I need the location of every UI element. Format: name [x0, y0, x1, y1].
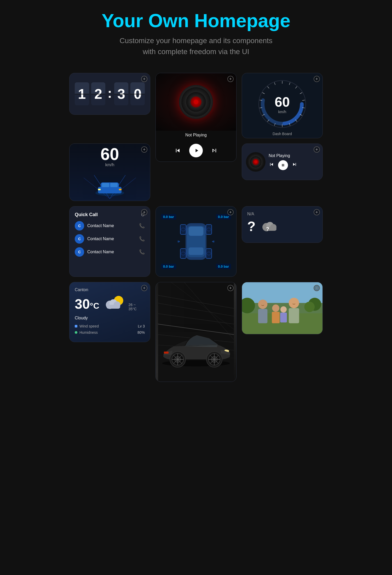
weather-wind-row: Wind speed Lv 3: [75, 324, 145, 328]
svg-point-91: [289, 298, 299, 308]
svg-point-88: [304, 302, 315, 312]
weather-temp-display: 30°C: [75, 296, 99, 312]
clock-digit-2: 2: [91, 82, 106, 105]
tire-add-button[interactable]: +: [227, 209, 234, 215]
unknown-main: ? ?: [247, 218, 317, 234]
weather-humidity-row: Humidness 80%: [75, 330, 145, 335]
family-photo-svg: [242, 282, 322, 334]
svg-rect-50: [263, 227, 276, 231]
speed-car-value: 60: [100, 146, 119, 163]
phone-icon-1[interactable]: 📞: [139, 223, 145, 229]
svg-line-7: [302, 100, 305, 101]
weather-unknown-add-button[interactable]: +: [314, 209, 320, 215]
svg-rect-32: [119, 189, 122, 190]
clock-colon: :: [107, 85, 112, 101]
weather-unknown-widget: + N/A ? ?: [242, 206, 323, 243]
car-glamour-add-button[interactable]: +: [227, 285, 234, 291]
weather-humidity-left: Humidness: [75, 330, 98, 335]
contact-avatar-2: C: [75, 234, 84, 244]
na-label: N/A: [247, 212, 317, 216]
svg-line-20: [274, 82, 275, 85]
contact-avatar-1: C: [75, 221, 84, 231]
music-small-pause[interactable]: [278, 160, 288, 170]
music-large-add-button[interactable]: +: [227, 76, 234, 82]
cloud-unknown: ?: [261, 220, 278, 233]
music-small-next[interactable]: [292, 162, 297, 169]
svg-rect-56: [107, 305, 120, 309]
quick-call-title: Quick Call: [75, 212, 98, 217]
music-small-controls: [269, 160, 319, 170]
contact-row-3: C Contact Name 📞: [75, 247, 145, 257]
weather-main: 30°C 26 ~ 35°C: [75, 295, 145, 313]
contact-row-1: C Contact Name 📞: [75, 221, 145, 231]
phone-icon-3[interactable]: 📞: [139, 249, 145, 255]
speed-unit: km/h: [275, 110, 290, 114]
weather-humidity-label: Humidness: [79, 330, 98, 335]
humidity-indicator: [75, 331, 77, 334]
play-button[interactable]: [189, 144, 203, 157]
music-small-add-button[interactable]: +: [314, 146, 320, 153]
contact-avatar-3: C: [75, 247, 84, 257]
svg-rect-68: [164, 352, 169, 354]
quick-call-widget: + Quick Call ⊙ C Contact Name 📞 C Contac…: [69, 206, 150, 277]
music-large-status: Not Playing: [185, 131, 207, 140]
tire-bottom-right-label: 0.0 bar: [216, 264, 231, 269]
widget-grid: + 1 2 : 3 0 + Not Playing +: [69, 73, 323, 382]
weather-add-button[interactable]: +: [141, 285, 147, 291]
vinyl-small-disc: [246, 152, 266, 172]
speed-car-widget: + 60 km/h: [69, 143, 150, 201]
tire-br-value: 0.0 bar: [216, 264, 231, 269]
svg-rect-37: [189, 227, 203, 236]
music-small-prev[interactable]: [269, 162, 274, 169]
svg-rect-30: [110, 183, 118, 187]
contact-row-2: C Contact Name 📞: [75, 234, 145, 244]
contact-name-1: Contact Name: [87, 223, 114, 228]
family-photo-add-button[interactable]: +: [314, 285, 320, 291]
prev-button[interactable]: [174, 147, 181, 154]
vinyl-small-center: [254, 160, 257, 163]
wind-indicator: [75, 325, 77, 327]
svg-rect-90: [258, 309, 268, 323]
svg-line-5: [295, 87, 297, 89]
contact-left-1: C Contact Name: [75, 221, 114, 231]
music-large-controls: [170, 140, 222, 162]
contact-left-3: C Contact Name: [75, 247, 114, 257]
clock-widget: + 1 2 : 3 0: [69, 73, 150, 115]
svg-point-93: [272, 304, 279, 312]
car-top-view-svg: [178, 217, 214, 266]
clock-add-button[interactable]: +: [141, 76, 147, 82]
svg-rect-34: [283, 164, 284, 166]
music-small-status: Not Playing: [269, 153, 319, 158]
tire-bl-value: 0.0 bar: [161, 264, 176, 269]
vinyl-center: [194, 100, 198, 104]
page-header: Your Own Homepage Customize your homepag…: [102, 10, 291, 57]
quick-call-add-button[interactable]: +: [141, 209, 147, 215]
car-glamour-widget: +: [155, 282, 237, 382]
svg-text:?: ?: [266, 226, 269, 232]
svg-rect-29: [102, 183, 109, 187]
subtitle: Customize your homepage and its componen…: [102, 35, 291, 57]
tire-tl-value: 0.0 bar: [161, 214, 176, 220]
clock-digit-4: 0: [130, 82, 145, 105]
page-title: Your Own Homepage: [102, 10, 291, 31]
speed-car-unit: km/h: [105, 163, 114, 167]
dashboard-add-button[interactable]: +: [314, 76, 320, 82]
clock-digit-3: 3: [114, 82, 129, 105]
next-button[interactable]: [211, 147, 218, 154]
svg-line-19: [267, 87, 269, 89]
svg-line-18: [262, 93, 265, 94]
car-road-scene: [78, 170, 141, 199]
vinyl-container: [156, 73, 236, 131]
weather-unit: °C: [90, 301, 99, 310]
music-small-widget: + Not Playing: [242, 143, 323, 180]
subtitle-line2: with complete freedom via the UI: [143, 48, 249, 56]
svg-rect-33: [282, 164, 283, 166]
contact-name-2: Contact Name: [87, 237, 114, 241]
weather-widget: + Canton 30°C 26 ~ 35°C Cloudy Wind spee…: [69, 282, 150, 342]
svg-rect-96: [280, 313, 287, 323]
speed-car-add-button[interactable]: +: [141, 146, 147, 153]
phone-icon-2[interactable]: 📞: [139, 236, 145, 242]
tire-top-right-label: 0.0 bar: [216, 214, 231, 219]
weather-range: 26 ~ 35°C: [128, 303, 145, 311]
car-glamour-svg: [158, 282, 234, 382]
